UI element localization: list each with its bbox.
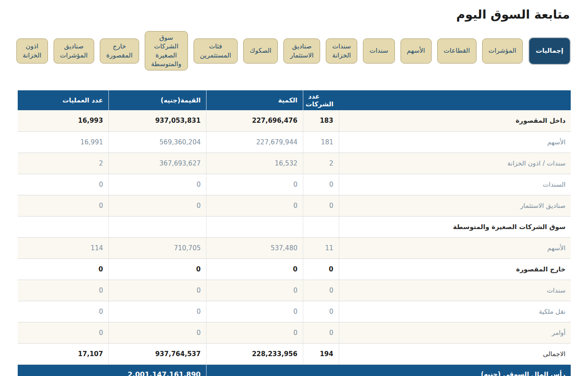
trades-cell: 17,107 bbox=[18, 343, 108, 364]
row-label: خارج المقصورة bbox=[339, 258, 571, 280]
quantity-cell: 227,696,476 bbox=[206, 110, 303, 131]
table-row-bonds: السندات 0 0 0 0 bbox=[18, 174, 571, 195]
quantity-cell bbox=[206, 216, 303, 237]
row-label: صناديق الاستثمار bbox=[339, 195, 571, 216]
companies-cell: 0 bbox=[303, 301, 339, 322]
row-label: السندات bbox=[339, 174, 571, 195]
table-row-bonds-tbills: سندات / اذون الخزانة 2 16,532 367,693,62… bbox=[18, 153, 571, 174]
table-row-investment-funds: صناديق الاستثمار 0 0 0 0 bbox=[18, 195, 571, 216]
tab-investment-funds[interactable]: صناديق الاستثمار bbox=[283, 38, 320, 64]
quantity-cell: 16,532 bbox=[206, 153, 303, 174]
table-row-otc-bonds: سندات 0 0 0 0 bbox=[18, 280, 571, 301]
trades-cell: 16,991 bbox=[18, 131, 108, 153]
tab-sectors[interactable]: القطاعات bbox=[437, 38, 477, 64]
row-label: الأسهم bbox=[339, 237, 571, 258]
table-row-grand-total: الاجمالى 194 228,233,956 937,764,537 17,… bbox=[18, 343, 571, 364]
quantity-cell: 228,233,956 bbox=[206, 343, 303, 364]
header-quantity: الكمية bbox=[206, 90, 303, 110]
table-row-sme-market: سوق الشركات الصغيرة والمتوسطة bbox=[18, 216, 571, 237]
row-label: سندات bbox=[339, 280, 571, 301]
value-cell: 937,053,831 bbox=[108, 110, 206, 131]
companies-cell: 0 bbox=[303, 322, 339, 343]
row-label: سوق الشركات الصغيرة والمتوسطة bbox=[339, 216, 571, 237]
row-label: نقل ملكية bbox=[339, 301, 571, 322]
trades-cell: 114 bbox=[18, 237, 108, 258]
tab-bar: إجماليات المؤشرات القطاعات الأسهم سندات … bbox=[17, 31, 571, 70]
value-cell: 0 bbox=[108, 174, 206, 195]
market-summary-table: عدد الشركات الكمية القيمة(جنيه) عدد العم… bbox=[18, 90, 571, 376]
row-label: سندات / اذون الخزانة bbox=[339, 153, 571, 174]
value-cell: 569,360,204 bbox=[108, 131, 206, 153]
quantity-cell: 0 bbox=[206, 195, 303, 216]
quantity-cell: 0 bbox=[206, 258, 303, 280]
header-trades: عدد العمليات bbox=[18, 90, 108, 110]
trades-cell: 0 bbox=[18, 174, 108, 195]
table-header: عدد الشركات الكمية القيمة(جنيه) عدد العم… bbox=[18, 90, 571, 110]
companies-cell: 11 bbox=[303, 237, 339, 258]
quantity-cell: 0 bbox=[206, 301, 303, 322]
companies-cell: 2 bbox=[303, 153, 339, 174]
trades-cell: 0 bbox=[18, 322, 108, 343]
quantity-cell: 227,679,944 bbox=[206, 131, 303, 153]
value-cell: 367,693,627 bbox=[108, 153, 206, 174]
tab-treasury-bills[interactable]: اذون الخزانة bbox=[16, 38, 48, 64]
trades-cell: 0 bbox=[18, 258, 108, 280]
value-cell: 0 bbox=[108, 322, 206, 343]
tab-etfs[interactable]: صناديق المؤشرات bbox=[54, 38, 94, 64]
trades-cell: 2 bbox=[18, 153, 108, 174]
table-row-ownership-transfer: نقل ملكية 0 0 0 0 bbox=[18, 301, 571, 322]
companies-cell: 0 bbox=[303, 174, 339, 195]
trades-cell: 0 bbox=[18, 195, 108, 216]
row-label: أوامر bbox=[339, 322, 571, 343]
value-cell bbox=[108, 216, 206, 237]
value-cell: 0 bbox=[108, 301, 206, 322]
quantity-cell: 0 bbox=[206, 280, 303, 301]
companies-cell: 194 bbox=[303, 343, 339, 364]
quantity-cell: 0 bbox=[206, 322, 303, 343]
table-row-otc: خارج المقصورة 0 0 0 0 bbox=[18, 258, 571, 280]
value-cell: 0 bbox=[108, 195, 206, 216]
value-cell: 0 bbox=[108, 258, 206, 280]
tab-totals[interactable]: إجماليات bbox=[528, 37, 571, 65]
companies-cell: 183 bbox=[303, 110, 339, 131]
trades-cell: 16,993 bbox=[18, 110, 108, 131]
companies-cell: 0 bbox=[303, 195, 339, 216]
companies-cell: 181 bbox=[303, 131, 339, 153]
value-cell: 710,705 bbox=[108, 237, 206, 258]
row-label: داخل المقصورة bbox=[339, 110, 571, 131]
header-row-label bbox=[339, 90, 571, 110]
tab-otc[interactable]: خارج المقصورة bbox=[100, 38, 139, 64]
tab-bonds[interactable]: سندات bbox=[363, 38, 394, 64]
market-cap-value: 2,001,147,161,890 bbox=[18, 364, 206, 376]
row-label: الاجمالى bbox=[339, 343, 571, 364]
companies-cell: 0 bbox=[303, 280, 339, 301]
quantity-cell: 0 bbox=[206, 174, 303, 195]
companies-cell: 0 bbox=[303, 258, 339, 280]
table-footer: رأس المال السوقى (جنيه) 2,001,147,161,89… bbox=[18, 364, 571, 376]
quantity-cell: 537,480 bbox=[206, 237, 303, 258]
trades-cell: 0 bbox=[18, 301, 108, 322]
companies-cell bbox=[303, 216, 339, 237]
tab-sme-market[interactable]: سوق الشركات الصغيرة والمتوسطة bbox=[145, 31, 188, 70]
tab-treasury-bonds[interactable]: سندات الخزانة bbox=[326, 38, 357, 64]
market-cap-row: رأس المال السوقى (جنيه) 2,001,147,161,89… bbox=[18, 364, 571, 376]
header-companies: عدد الشركات bbox=[303, 90, 339, 110]
table-row-main-market: داخل المقصورة 183 227,696,476 937,053,83… bbox=[18, 110, 571, 131]
market-cap-label: رأس المال السوقى (جنيه) bbox=[206, 364, 571, 376]
value-cell: 937,764,537 bbox=[108, 343, 206, 364]
trades-cell bbox=[18, 216, 108, 237]
tab-investor-categories[interactable]: فئات المستثمرين bbox=[194, 38, 238, 64]
header-value: القيمة(جنيه) bbox=[108, 90, 206, 110]
table-row-orders: أوامر 0 0 0 0 bbox=[18, 322, 571, 343]
value-cell: 0 bbox=[108, 280, 206, 301]
trades-cell: 0 bbox=[18, 280, 108, 301]
page-title: متابعة السوق اليوم bbox=[17, 0, 571, 25]
table-row-sme-stocks: الأسهم 11 537,480 710,705 114 bbox=[18, 237, 571, 258]
tab-stocks[interactable]: الأسهم bbox=[400, 38, 432, 64]
tab-sukuk[interactable]: الصكوك bbox=[243, 38, 278, 64]
page-container: متابعة السوق اليوم إجماليات المؤشرات الق… bbox=[0, 0, 588, 376]
tab-indices[interactable]: المؤشرات bbox=[482, 38, 523, 64]
table-row-stocks: الأسهم 181 227,679,944 569,360,204 16,99… bbox=[18, 131, 571, 153]
row-label: الأسهم bbox=[339, 131, 571, 153]
